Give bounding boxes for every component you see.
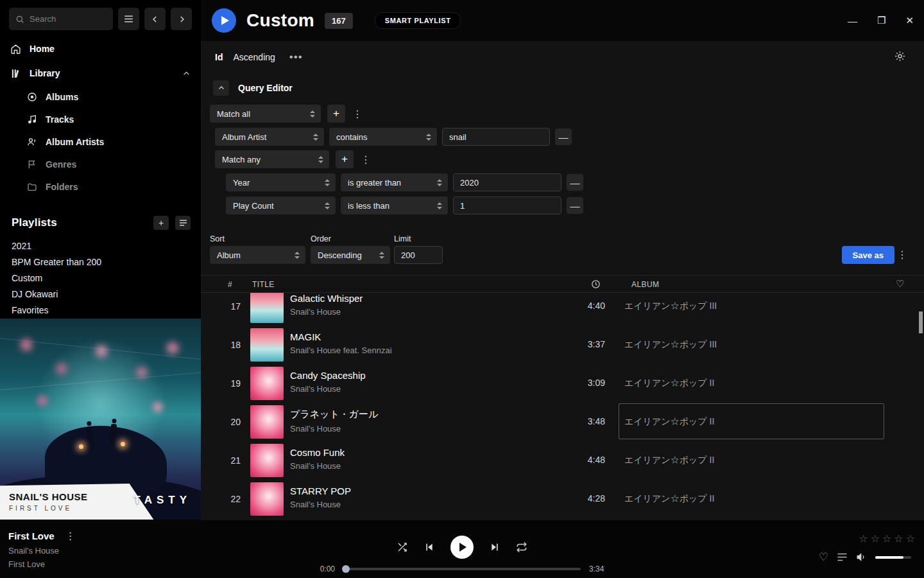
query-rule-row: Year is greater than — — [226, 173, 583, 191]
now-playing-artist[interactable]: Snail's House — [8, 546, 78, 556]
next-track-icon[interactable] — [490, 542, 500, 552]
rule-value-input[interactable] — [453, 197, 561, 215]
track-duration: 3:48 — [560, 416, 605, 426]
track-row[interactable]: 21 Cosmo Funk Snail's House 4:48 エイリアン☆ポ… — [201, 441, 924, 480]
order-select[interactable]: Descending — [311, 246, 390, 264]
nav-forward-button[interactable] — [171, 8, 192, 30]
star-icon[interactable]: ☆ — [906, 532, 915, 545]
group-match-select[interactable]: Match any — [215, 150, 329, 168]
star-icon[interactable]: ☆ — [859, 532, 868, 545]
sidebar-item-label: Library — [30, 68, 60, 78]
save-options-icon[interactable]: ⋮ — [895, 249, 909, 261]
menu-button[interactable] — [118, 8, 139, 30]
play-pause-button[interactable] — [450, 536, 474, 559]
limit-input[interactable] — [394, 246, 443, 264]
playlist-list-button[interactable] — [175, 216, 191, 230]
play-playlist-button[interactable] — [212, 8, 236, 33]
track-row[interactable]: 19 Candy Spaceship Snail's House 3:09 エイ… — [201, 364, 924, 403]
now-playing-album[interactable]: First Love — [8, 559, 78, 569]
favorite-heart-icon[interactable]: ♡ — [819, 550, 828, 564]
query-rule-row: Album Artist contains — — [215, 128, 572, 146]
sidebar-item-album-artists[interactable]: Album Artists — [27, 130, 201, 153]
order-label: Order — [311, 234, 331, 243]
playlist-item[interactable]: 2021 — [12, 238, 201, 254]
now-playing-album-art[interactable]: SNAIL'S HOUSE FIRST LOVE TASTY — [0, 319, 201, 520]
rule-options-icon[interactable]: ⋮ — [350, 108, 364, 120]
root-match-select[interactable]: Match all — [210, 105, 321, 123]
group-options-icon[interactable]: ⋮ — [359, 153, 373, 166]
settings-gear-icon[interactable] — [894, 50, 906, 62]
page-title: Custom — [246, 10, 314, 31]
remove-rule-button[interactable]: — — [555, 128, 572, 145]
rule-field-select[interactable]: Album Artist — [215, 128, 324, 146]
playlist-item[interactable]: Custom — [12, 270, 201, 286]
close-button[interactable]: ✕ — [905, 15, 914, 26]
rule-operator-select[interactable]: is less than — [341, 197, 448, 215]
now-playing-options-icon[interactable]: ⋮ — [64, 530, 78, 542]
track-row[interactable]: 22 STARRY POP Snail's House 4:28 エイリアン☆ポ… — [201, 480, 924, 518]
playlist-item[interactable]: BPM Greater than 200 — [12, 254, 201, 270]
remove-rule-button[interactable]: — — [567, 174, 583, 191]
sidebar-item-folders[interactable]: Folders — [27, 175, 201, 198]
add-playlist-button[interactable]: + — [153, 216, 169, 230]
sidebar-item-home[interactable]: Home — [0, 37, 201, 61]
volume-slider[interactable] — [875, 556, 911, 559]
track-number: 18 — [214, 340, 241, 350]
sort-select[interactable]: Album — [210, 246, 305, 264]
sidebar-item-albums[interactable]: Albums — [27, 85, 201, 108]
remove-rule-button[interactable]: — — [567, 197, 583, 214]
volume-icon[interactable] — [856, 552, 867, 563]
track-duration: 4:28 — [560, 493, 605, 504]
search-input[interactable] — [30, 14, 107, 24]
rule-operator-select[interactable]: is greater than — [341, 173, 448, 191]
playlist-item[interactable]: Favorites — [12, 302, 201, 318]
repeat-icon[interactable] — [516, 541, 527, 553]
seek-slider[interactable] — [343, 568, 581, 570]
star-icon[interactable]: ☆ — [882, 532, 891, 545]
nav-back-button[interactable] — [144, 8, 166, 30]
previous-track-icon[interactable] — [424, 542, 434, 552]
rule-value-input[interactable] — [453, 173, 561, 191]
select-chevrons-icon — [437, 179, 442, 186]
sidebar-item-tracks[interactable]: Tracks — [27, 108, 201, 130]
rule-field-select[interactable]: Year — [226, 173, 336, 191]
collapse-query-editor-button[interactable] — [213, 80, 229, 96]
sort-direction-button[interactable]: Ascending — [233, 52, 275, 62]
query-rule-row: Play Count is less than — — [226, 197, 583, 215]
sidebar-item-genres[interactable]: Genres — [27, 153, 201, 175]
column-album[interactable]: ALBUM — [631, 280, 659, 289]
music-note-icon — [27, 114, 37, 125]
select-chevrons-icon — [325, 202, 330, 209]
query-editor-header: Query Editor — [213, 80, 293, 96]
add-group-rule-button[interactable]: + — [336, 150, 354, 168]
favorite-column-heart-icon[interactable]: ♡ — [896, 278, 904, 290]
query-root-match-row: Match all + ⋮ — [210, 105, 364, 123]
seek-slider-thumb[interactable] — [342, 565, 350, 573]
sidebar-item-library[interactable]: Library — [0, 61, 201, 85]
add-rule-button[interactable]: + — [327, 105, 345, 123]
group-match-value: Match any — [222, 155, 261, 164]
shuffle-icon[interactable] — [397, 541, 408, 553]
column-title[interactable]: TITLE — [252, 280, 275, 289]
track-row[interactable]: 18 MAGIK Snail's House feat. Sennzai 3:3… — [201, 326, 924, 364]
track-artist: Snail's House — [290, 384, 366, 394]
minimize-button[interactable]: — — [848, 15, 857, 26]
save-as-button[interactable]: Save as — [842, 246, 894, 264]
scrollbar-thumb[interactable] — [919, 311, 923, 333]
star-icon[interactable]: ☆ — [894, 532, 903, 545]
more-options-icon[interactable]: ••• — [289, 51, 303, 64]
column-index[interactable]: # — [228, 280, 232, 289]
rule-value-input[interactable] — [442, 128, 550, 146]
track-row[interactable]: 17 Galactic Whisper Snail's House 4:40 エ… — [201, 293, 924, 326]
maximize-button[interactable]: ❐ — [877, 15, 886, 26]
collapse-chevron-up-icon[interactable] — [182, 69, 191, 78]
search-box[interactable] — [9, 8, 113, 30]
star-icon[interactable]: ☆ — [871, 532, 880, 545]
track-row[interactable]: 20 プラネット・ガール Snail's House 3:48 エイリアン☆ポッ… — [201, 403, 924, 441]
duration-clock-icon[interactable] — [591, 279, 601, 289]
sort-field-button[interactable]: Id — [215, 52, 223, 62]
rule-operator-select[interactable]: contains — [329, 128, 437, 146]
playlist-item[interactable]: DJ Okawari — [12, 286, 201, 302]
rule-field-select[interactable]: Play Count — [226, 197, 336, 215]
queue-icon[interactable] — [837, 552, 848, 562]
